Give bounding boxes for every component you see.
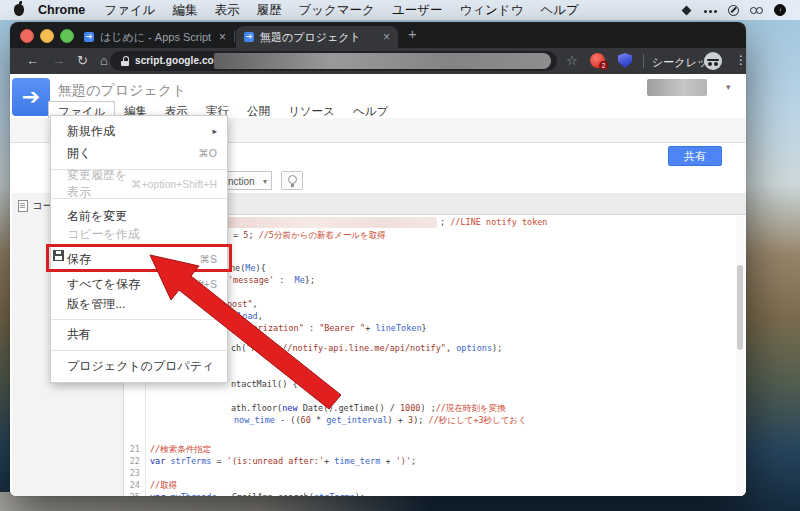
- code-line-fragment: = 5; //5分前からの新着メールを取得: [233, 230, 386, 241]
- file-menu-item[interactable]: 版を管理...: [51, 293, 227, 315]
- code-token: "https://notify-api.line.me/api/notify": [246, 343, 446, 353]
- code-line-fragment: now_time - ((60 * get_interval) + 3); //…: [234, 415, 527, 426]
- tab-separator: [234, 31, 235, 42]
- vscroll-thumb[interactable]: [737, 265, 743, 350]
- macos-app-menu[interactable]: Chrome: [38, 3, 85, 17]
- menu-item-label: すべてを保存: [67, 276, 140, 293]
- code-token: ;: [248, 230, 258, 240]
- macos-menu-item[interactable]: ヘルプ: [540, 2, 578, 19]
- macos-menu-item[interactable]: ファイル: [104, 2, 155, 19]
- file-menu-item[interactable]: 開く⌘O: [51, 142, 227, 164]
- code-line-fragment: ath.floor(new Date().getTime() / 1000) ;…: [231, 403, 506, 414]
- submenu-arrow-icon: ▸: [212, 126, 217, 136]
- file-menu-item[interactable]: プロジェクトのプロパティ: [51, 355, 227, 377]
- save-highlight-box: [46, 244, 232, 272]
- menu-separator: [51, 319, 227, 320]
- bookmark-star-icon[interactable]: ☆: [566, 53, 578, 68]
- code-line-fragment: ch("https://notify-api.line.me/api/notif…: [231, 343, 502, 354]
- window-minimize-button[interactable]: [40, 29, 54, 43]
- tab-close-icon[interactable]: ×: [377, 30, 390, 44]
- chrome-menu-icon[interactable]: ⋮: [735, 53, 746, 67]
- macos-menu-item[interactable]: ウィンドウ: [459, 2, 523, 19]
- code-token: =: [211, 456, 226, 466]
- code-token: ,: [446, 343, 456, 353]
- macos-menu-item[interactable]: ブックマーク: [298, 2, 374, 19]
- code-token: };: [305, 275, 315, 285]
- extension-badge: 2: [599, 61, 608, 70]
- vertical-scrollbar[interactable]: [736, 215, 744, 496]
- project-title[interactable]: 無題のプロジェクト: [58, 82, 186, 100]
- function-selector-dropdown[interactable]: nction▾: [225, 171, 272, 190]
- file-menu-item[interactable]: 新規作成▸: [51, 120, 227, 142]
- lightbulb-icon: [288, 175, 297, 184]
- code-token: Me: [295, 275, 305, 285]
- macos-menu-item[interactable]: 表示: [214, 2, 239, 19]
- menu-item-label: 開く: [67, 145, 91, 162]
- menu-item-label: 版を管理...: [67, 296, 125, 313]
- browser-tab[interactable]: ➔はじめに - Apps Script×: [76, 26, 234, 48]
- menu-shortcut: ⌘+option+Shift+H: [131, 178, 217, 190]
- reload-button[interactable]: ↻: [77, 53, 88, 68]
- line-number: 24: [122, 480, 140, 491]
- apple-icon[interactable]: [14, 4, 24, 16]
- lightbulb-button[interactable]: [281, 171, 303, 190]
- menu-item-label: 名前を変更: [67, 208, 127, 225]
- file-menu-item[interactable]: 共有: [51, 323, 227, 345]
- code-token: now_time: [234, 415, 275, 425]
- menu-item-label: 新規作成: [67, 123, 115, 140]
- tab-title: はじめに - Apps Script: [100, 30, 211, 45]
- code-token: //検索条件指定: [150, 444, 211, 454]
- incognito-avatar-icon[interactable]: [704, 52, 722, 70]
- dropbox-icon[interactable]: [680, 4, 693, 17]
- glasses-icon[interactable]: [750, 4, 763, 17]
- browser-tab[interactable]: ➔無題のプロジェクト×: [236, 26, 398, 48]
- code-token: ntactMail() {: [231, 379, 298, 389]
- account-redaction-blur: [647, 79, 707, 96]
- file-menu-item[interactable]: すべてを保存⌘+Shift+S: [51, 273, 227, 295]
- back-button[interactable]: ←: [26, 53, 39, 68]
- tab-title: 無題のプロジェクト: [260, 30, 361, 45]
- code-token: //取得: [150, 480, 177, 490]
- code-token: ayload: [227, 311, 258, 321]
- extension-shield-icon[interactable]: [618, 53, 632, 68]
- file-menu-item: 変更履歴を表示⌘+option+Shift+H: [51, 173, 227, 195]
- macos-menu-item[interactable]: ユーザー: [392, 2, 443, 19]
- code-token: =: [233, 230, 243, 240]
- code-token: ,: [253, 299, 258, 309]
- code-line-fragment: ne(Me){: [230, 263, 266, 274]
- code-line: //取得: [150, 480, 177, 491]
- code-token: ch(: [231, 343, 246, 353]
- window-close-button[interactable]: [20, 29, 34, 43]
- function-selector-text: nction: [228, 176, 255, 187]
- account-caret-icon[interactable]: ▾: [726, 82, 731, 92]
- code-token: "Bearer ": [319, 323, 365, 333]
- file-menu-item: コピーを作成: [51, 223, 227, 245]
- window-zoom-button[interactable]: [60, 29, 74, 43]
- code-line-fragment: ; //LINE notify token: [440, 217, 547, 228]
- power-icon[interactable]: [774, 4, 786, 16]
- home-button[interactable]: ⌂: [100, 53, 108, 68]
- tab-bar: ➔はじめに - Apps Script×➔無題のプロジェクト× +: [10, 22, 746, 48]
- code-token: post": [227, 299, 253, 309]
- line-number: 23: [122, 468, 140, 479]
- code-token: //LINE notify token: [450, 217, 547, 227]
- macos-menu-item[interactable]: 履歴: [256, 2, 281, 19]
- do-not-disturb-icon[interactable]: [728, 5, 739, 16]
- omnibox[interactable]: script.google.com/d/: [110, 51, 557, 71]
- more-icon[interactable]: [704, 4, 717, 17]
- code-token: Date().getTime() /: [298, 403, 400, 413]
- code-token: 60: [301, 415, 311, 425]
- code-token: ) +: [388, 415, 408, 425]
- address-bar: ← → ↻ ⌂ script.google.com/d/ ☆ 2 シークレット …: [10, 48, 746, 74]
- new-tab-button[interactable]: +: [408, 25, 417, 42]
- chevron-down-icon: ▾: [263, 172, 267, 191]
- macos-menu-item[interactable]: 編集: [172, 2, 197, 19]
- lock-icon[interactable]: [121, 56, 129, 66]
- tab-close-icon[interactable]: ×: [213, 30, 226, 44]
- code-redaction-blur: [226, 217, 437, 228]
- macos-status-icons: [680, 4, 800, 17]
- code-token: 'message': [228, 275, 274, 285]
- apps-script-favicon-icon: ➔: [244, 32, 254, 42]
- code-token: ;: [411, 456, 416, 466]
- share-button[interactable]: 共有: [668, 146, 722, 166]
